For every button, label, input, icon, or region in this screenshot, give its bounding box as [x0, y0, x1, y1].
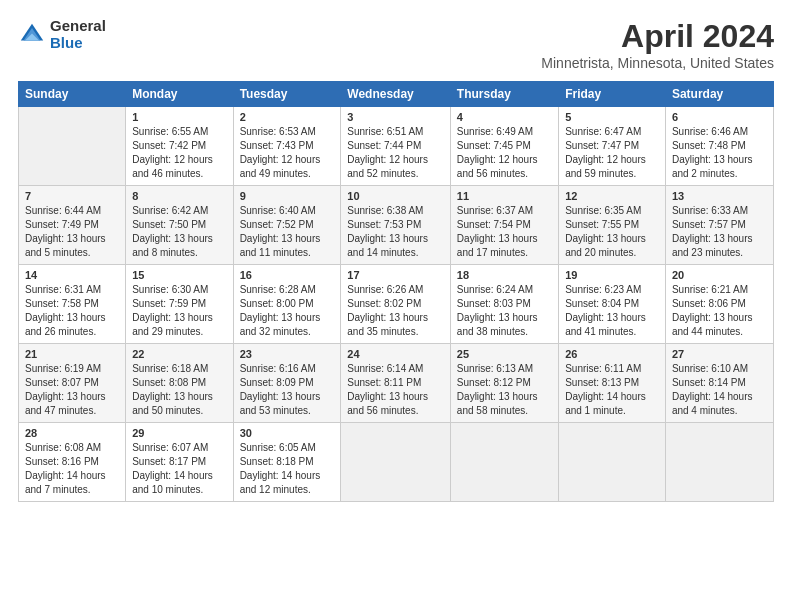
day-number: 16: [240, 269, 335, 281]
title-block: April 2024 Minnetrista, Minnesota, Unite…: [541, 18, 774, 71]
cell-content: Sunrise: 6:16 AM Sunset: 8:09 PM Dayligh…: [240, 362, 335, 418]
table-row: [559, 423, 666, 502]
table-row: 12Sunrise: 6:35 AM Sunset: 7:55 PM Dayli…: [559, 186, 666, 265]
table-row: 20Sunrise: 6:21 AM Sunset: 8:06 PM Dayli…: [665, 265, 773, 344]
cell-content: Sunrise: 6:38 AM Sunset: 7:53 PM Dayligh…: [347, 204, 444, 260]
logo: General Blue: [18, 18, 106, 51]
day-number: 14: [25, 269, 119, 281]
col-tuesday: Tuesday: [233, 82, 341, 107]
table-row: [19, 107, 126, 186]
table-row: 13Sunrise: 6:33 AM Sunset: 7:57 PM Dayli…: [665, 186, 773, 265]
cell-content: Sunrise: 6:23 AM Sunset: 8:04 PM Dayligh…: [565, 283, 659, 339]
col-friday: Friday: [559, 82, 666, 107]
logo-blue: Blue: [50, 35, 106, 52]
table-row: 29Sunrise: 6:07 AM Sunset: 8:17 PM Dayli…: [126, 423, 233, 502]
day-number: 2: [240, 111, 335, 123]
day-number: 19: [565, 269, 659, 281]
cell-content: Sunrise: 6:05 AM Sunset: 8:18 PM Dayligh…: [240, 441, 335, 497]
cell-content: Sunrise: 6:19 AM Sunset: 8:07 PM Dayligh…: [25, 362, 119, 418]
day-number: 28: [25, 427, 119, 439]
table-row: 2Sunrise: 6:53 AM Sunset: 7:43 PM Daylig…: [233, 107, 341, 186]
day-number: 25: [457, 348, 552, 360]
col-wednesday: Wednesday: [341, 82, 451, 107]
page: General Blue April 2024 Minnetrista, Min…: [0, 0, 792, 612]
table-row: [665, 423, 773, 502]
table-row: 16Sunrise: 6:28 AM Sunset: 8:00 PM Dayli…: [233, 265, 341, 344]
table-row: 11Sunrise: 6:37 AM Sunset: 7:54 PM Dayli…: [450, 186, 558, 265]
col-thursday: Thursday: [450, 82, 558, 107]
logo-general: General: [50, 18, 106, 35]
logo-text: General Blue: [50, 18, 106, 51]
day-number: 18: [457, 269, 552, 281]
day-number: 24: [347, 348, 444, 360]
table-row: 25Sunrise: 6:13 AM Sunset: 8:12 PM Dayli…: [450, 344, 558, 423]
day-number: 26: [565, 348, 659, 360]
cell-content: Sunrise: 6:10 AM Sunset: 8:14 PM Dayligh…: [672, 362, 767, 418]
cell-content: Sunrise: 6:11 AM Sunset: 8:13 PM Dayligh…: [565, 362, 659, 418]
cell-content: Sunrise: 6:07 AM Sunset: 8:17 PM Dayligh…: [132, 441, 226, 497]
calendar-week-4: 21Sunrise: 6:19 AM Sunset: 8:07 PM Dayli…: [19, 344, 774, 423]
day-number: 5: [565, 111, 659, 123]
day-number: 4: [457, 111, 552, 123]
main-title: April 2024: [541, 18, 774, 55]
col-saturday: Saturday: [665, 82, 773, 107]
calendar-week-5: 28Sunrise: 6:08 AM Sunset: 8:16 PM Dayli…: [19, 423, 774, 502]
day-number: 6: [672, 111, 767, 123]
cell-content: Sunrise: 6:14 AM Sunset: 8:11 PM Dayligh…: [347, 362, 444, 418]
table-row: 8Sunrise: 6:42 AM Sunset: 7:50 PM Daylig…: [126, 186, 233, 265]
cell-content: Sunrise: 6:44 AM Sunset: 7:49 PM Dayligh…: [25, 204, 119, 260]
day-number: 12: [565, 190, 659, 202]
subtitle: Minnetrista, Minnesota, United States: [541, 55, 774, 71]
calendar-week-1: 1Sunrise: 6:55 AM Sunset: 7:42 PM Daylig…: [19, 107, 774, 186]
calendar-week-3: 14Sunrise: 6:31 AM Sunset: 7:58 PM Dayli…: [19, 265, 774, 344]
day-number: 29: [132, 427, 226, 439]
cell-content: Sunrise: 6:26 AM Sunset: 8:02 PM Dayligh…: [347, 283, 444, 339]
table-row: 19Sunrise: 6:23 AM Sunset: 8:04 PM Dayli…: [559, 265, 666, 344]
cell-content: Sunrise: 6:33 AM Sunset: 7:57 PM Dayligh…: [672, 204, 767, 260]
day-number: 27: [672, 348, 767, 360]
cell-content: Sunrise: 6:35 AM Sunset: 7:55 PM Dayligh…: [565, 204, 659, 260]
cell-content: Sunrise: 6:46 AM Sunset: 7:48 PM Dayligh…: [672, 125, 767, 181]
table-row: 6Sunrise: 6:46 AM Sunset: 7:48 PM Daylig…: [665, 107, 773, 186]
table-row: 1Sunrise: 6:55 AM Sunset: 7:42 PM Daylig…: [126, 107, 233, 186]
cell-content: Sunrise: 6:24 AM Sunset: 8:03 PM Dayligh…: [457, 283, 552, 339]
cell-content: Sunrise: 6:08 AM Sunset: 8:16 PM Dayligh…: [25, 441, 119, 497]
table-row: 17Sunrise: 6:26 AM Sunset: 8:02 PM Dayli…: [341, 265, 451, 344]
table-row: 5Sunrise: 6:47 AM Sunset: 7:47 PM Daylig…: [559, 107, 666, 186]
cell-content: Sunrise: 6:30 AM Sunset: 7:59 PM Dayligh…: [132, 283, 226, 339]
table-row: 4Sunrise: 6:49 AM Sunset: 7:45 PM Daylig…: [450, 107, 558, 186]
cell-content: Sunrise: 6:18 AM Sunset: 8:08 PM Dayligh…: [132, 362, 226, 418]
logo-icon: [18, 21, 46, 49]
table-row: 9Sunrise: 6:40 AM Sunset: 7:52 PM Daylig…: [233, 186, 341, 265]
table-row: 18Sunrise: 6:24 AM Sunset: 8:03 PM Dayli…: [450, 265, 558, 344]
cell-content: Sunrise: 6:28 AM Sunset: 8:00 PM Dayligh…: [240, 283, 335, 339]
day-number: 11: [457, 190, 552, 202]
table-row: 30Sunrise: 6:05 AM Sunset: 8:18 PM Dayli…: [233, 423, 341, 502]
table-row: [450, 423, 558, 502]
day-number: 10: [347, 190, 444, 202]
calendar-table: Sunday Monday Tuesday Wednesday Thursday…: [18, 81, 774, 502]
table-row: [341, 423, 451, 502]
table-row: 22Sunrise: 6:18 AM Sunset: 8:08 PM Dayli…: [126, 344, 233, 423]
table-row: 7Sunrise: 6:44 AM Sunset: 7:49 PM Daylig…: [19, 186, 126, 265]
table-row: 27Sunrise: 6:10 AM Sunset: 8:14 PM Dayli…: [665, 344, 773, 423]
cell-content: Sunrise: 6:37 AM Sunset: 7:54 PM Dayligh…: [457, 204, 552, 260]
day-number: 21: [25, 348, 119, 360]
day-number: 8: [132, 190, 226, 202]
calendar-header-row: Sunday Monday Tuesday Wednesday Thursday…: [19, 82, 774, 107]
day-number: 1: [132, 111, 226, 123]
day-number: 30: [240, 427, 335, 439]
day-number: 13: [672, 190, 767, 202]
cell-content: Sunrise: 6:13 AM Sunset: 8:12 PM Dayligh…: [457, 362, 552, 418]
cell-content: Sunrise: 6:55 AM Sunset: 7:42 PM Dayligh…: [132, 125, 226, 181]
cell-content: Sunrise: 6:42 AM Sunset: 7:50 PM Dayligh…: [132, 204, 226, 260]
calendar-week-2: 7Sunrise: 6:44 AM Sunset: 7:49 PM Daylig…: [19, 186, 774, 265]
table-row: 21Sunrise: 6:19 AM Sunset: 8:07 PM Dayli…: [19, 344, 126, 423]
day-number: 9: [240, 190, 335, 202]
table-row: 3Sunrise: 6:51 AM Sunset: 7:44 PM Daylig…: [341, 107, 451, 186]
header: General Blue April 2024 Minnetrista, Min…: [18, 18, 774, 71]
day-number: 20: [672, 269, 767, 281]
cell-content: Sunrise: 6:49 AM Sunset: 7:45 PM Dayligh…: [457, 125, 552, 181]
cell-content: Sunrise: 6:47 AM Sunset: 7:47 PM Dayligh…: [565, 125, 659, 181]
table-row: 26Sunrise: 6:11 AM Sunset: 8:13 PM Dayli…: [559, 344, 666, 423]
